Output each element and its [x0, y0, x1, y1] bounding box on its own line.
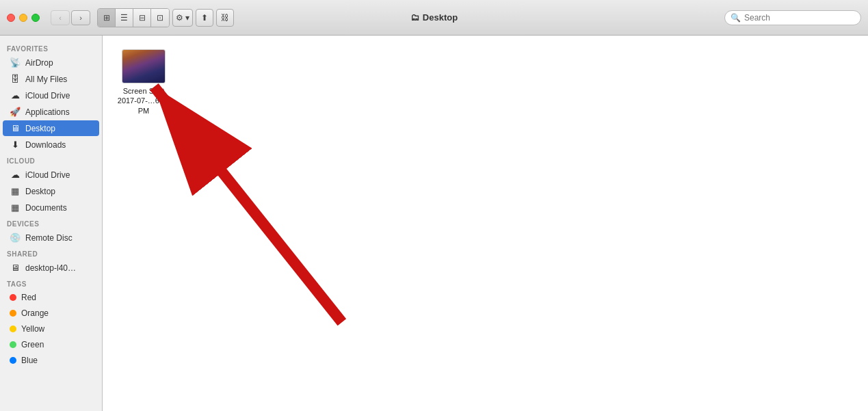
- shared-label: Shared: [0, 246, 102, 259]
- sidebar-item-label: desktop-l40…: [25, 263, 76, 273]
- share-button[interactable]: ⛓: [216, 9, 234, 27]
- sidebar-item-tag-yellow[interactable]: Yellow: [3, 321, 99, 336]
- sidebar-item-desktop[interactable]: 🖥 Desktop: [3, 120, 99, 136]
- yellow-tag-dot: [10, 326, 16, 332]
- documents-icon: ▦: [10, 202, 21, 213]
- search-input[interactable]: [744, 13, 855, 23]
- window-title-area: 🗂 Desktop: [410, 12, 458, 23]
- red-tag-dot: [10, 294, 16, 301]
- tags-label: Tags: [0, 276, 102, 289]
- sidebar-item-label: Red: [21, 293, 36, 302]
- nav-buttons: ‹ ›: [51, 10, 90, 25]
- sidebar-item-label: Orange: [21, 308, 49, 318]
- sidebar-item-label: Applications: [25, 107, 70, 117]
- icon-view-button[interactable]: ⊞: [98, 9, 116, 27]
- file-item-screenshot[interactable]: Screen Shot 2017-07-…6.27 PM: [116, 49, 171, 116]
- main-area: Favorites 📡 AirDrop 🗄 All My Files ☁ iCl…: [0, 36, 868, 411]
- view-mode-group: ⊞ ☰ ⊟ ⊡: [97, 8, 170, 27]
- back-button[interactable]: ‹: [51, 10, 70, 25]
- column-view-button[interactable]: ⊟: [133, 9, 151, 27]
- sidebar-item-label: Green: [21, 340, 44, 349]
- forward-button[interactable]: ›: [71, 10, 90, 25]
- icloud-label: iCloud: [0, 153, 102, 166]
- sidebar-item-desktop-l40[interactable]: 🖥 desktop-l40…: [3, 260, 99, 276]
- favorites-label: Favorites: [0, 41, 102, 54]
- sidebar-item-label: AirDrop: [25, 58, 53, 68]
- devices-label: Devices: [0, 216, 102, 229]
- remote-disc-icon: 💿: [10, 233, 21, 243]
- action-button[interactable]: ⬆: [196, 9, 213, 27]
- svg-line-1: [154, 87, 342, 322]
- icloud-drive-icon: ☁: [10, 170, 21, 180]
- sidebar-item-desktop-icloud[interactable]: ▦ Desktop: [3, 183, 99, 199]
- window-title: Desktop: [423, 12, 458, 23]
- downloads-icon: ⬇: [10, 140, 21, 150]
- sidebar-item-applications[interactable]: 🚀 Applications: [3, 104, 99, 120]
- sidebar-item-label: iCloud Drive: [25, 170, 70, 180]
- cover-flow-button[interactable]: ⊡: [151, 9, 169, 27]
- sidebar-item-icloud-drive-fav[interactable]: ☁ iCloud Drive: [3, 88, 99, 103]
- orange-tag-dot: [10, 310, 16, 317]
- all-my-files-icon: 🗄: [10, 74, 21, 84]
- list-view-button[interactable]: ☰: [116, 9, 133, 27]
- sidebar-item-label: Blue: [21, 356, 38, 365]
- sidebar-item-label: Yellow: [21, 324, 44, 334]
- folder-icon: 🗂: [410, 12, 419, 23]
- desktop-icloud-icon: ▦: [10, 186, 21, 196]
- search-bar[interactable]: 🔍: [724, 10, 861, 25]
- minimize-button[interactable]: [19, 14, 27, 22]
- file-area: Screen Shot 2017-07-…6.27 PM: [103, 36, 868, 411]
- toolbar: ⊞ ☰ ⊟ ⊡ ⚙ ▾ ⬆ ⛓: [97, 8, 234, 27]
- traffic-lights: [7, 14, 40, 22]
- sidebar-item-label: All My Files: [25, 75, 67, 84]
- search-icon: 🔍: [731, 13, 741, 23]
- airdrop-icon: 📡: [10, 57, 21, 68]
- sidebar-item-remote-disc[interactable]: 💿 Remote Disc: [3, 230, 99, 246]
- sidebar-item-label: Remote Disc: [25, 233, 73, 243]
- sidebar-item-label: Desktop: [25, 124, 55, 133]
- sidebar-item-tag-red[interactable]: Red: [3, 290, 99, 305]
- title-bar: ‹ › ⊞ ☰ ⊟ ⊡ ⚙ ▾ ⬆ ⛓ 🗂 Desktop 🔍: [0, 0, 868, 36]
- icloud-drive-fav-icon: ☁: [10, 90, 21, 101]
- sidebar-item-downloads[interactable]: ⬇ Downloads: [3, 137, 99, 153]
- sidebar: Favorites 📡 AirDrop 🗄 All My Files ☁ iCl…: [0, 36, 103, 411]
- sidebar-item-airdrop[interactable]: 📡 AirDrop: [3, 55, 99, 70]
- file-thumbnail: [122, 49, 166, 83]
- sidebar-item-label: Desktop: [25, 187, 55, 196]
- sidebar-item-icloud-drive[interactable]: ☁ iCloud Drive: [3, 167, 99, 183]
- sidebar-item-label: iCloud Drive: [25, 91, 70, 101]
- green-tag-dot: [10, 341, 16, 348]
- close-button[interactable]: [7, 14, 15, 22]
- desktop-icon: 🖥: [10, 123, 21, 133]
- maximize-button[interactable]: [31, 14, 40, 22]
- sidebar-item-label: Documents: [25, 203, 67, 213]
- sidebar-item-label: Downloads: [25, 140, 66, 150]
- sidebar-item-tag-blue[interactable]: Blue: [3, 353, 99, 368]
- red-arrow-annotation: [103, 36, 868, 411]
- arrange-button[interactable]: ⚙ ▾: [172, 9, 193, 27]
- shared-desktop-icon: 🖥: [10, 263, 21, 273]
- sidebar-item-tag-green[interactable]: Green: [3, 337, 99, 352]
- file-name: Screen Shot 2017-07-…6.27 PM: [117, 86, 170, 116]
- sidebar-item-all-my-files[interactable]: 🗄 All My Files: [3, 71, 99, 87]
- sidebar-item-documents[interactable]: ▦ Documents: [3, 200, 99, 215]
- blue-tag-dot: [10, 357, 16, 364]
- applications-icon: 🚀: [10, 107, 21, 117]
- sidebar-item-tag-orange[interactable]: Orange: [3, 306, 99, 321]
